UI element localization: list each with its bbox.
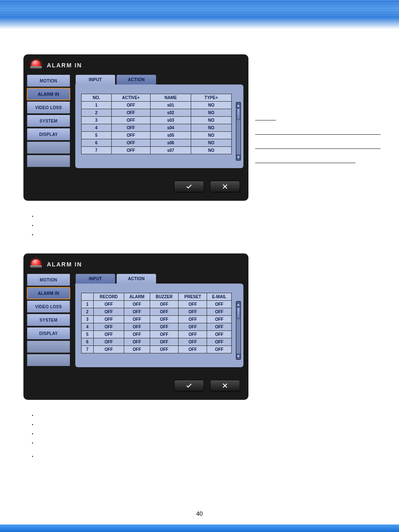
col-type[interactable]: TYPE+	[191, 94, 232, 102]
check-icon	[186, 183, 192, 190]
sidebar-item-alarm-in[interactable]: ALARM IN	[27, 287, 70, 299]
alarm-in-panel-action: ALARM IN MOTION ALARM IN VIDEO LOSS SYST…	[23, 253, 248, 400]
table-scrollbar[interactable]: ▲ ▼	[236, 301, 241, 360]
col-active[interactable]: ACTIVE+	[111, 94, 150, 102]
table-row: 2OFFOFFOFFOFFOFF	[82, 308, 232, 316]
panel-title: ALARM IN	[47, 62, 82, 69]
col-no[interactable]: NO.	[82, 94, 112, 102]
list-item	[32, 431, 376, 440]
list-item	[32, 232, 376, 241]
alarm-in-panel-input: ALARM IN MOTION ALARM IN VIDEO LOSS SYST…	[23, 54, 248, 201]
bullet-list-2	[32, 412, 376, 463]
scroll-down-icon[interactable]: ▼	[236, 154, 240, 160]
footer-band	[0, 524, 399, 532]
table-row: 7OFFOFFOFFOFFOFF	[82, 346, 232, 353]
list-item	[32, 213, 376, 223]
action-table: RECORD ALARM BUZZER PRESET E-MAIL 1OFFOF…	[81, 293, 232, 353]
tab-input[interactable]: INPUT	[75, 274, 115, 284]
sidebar-item-system[interactable]: SYSTEM	[27, 314, 70, 326]
col-buzzer[interactable]: BUZZER	[150, 293, 179, 301]
tab-action[interactable]: ACTION	[116, 74, 156, 84]
col-num[interactable]	[82, 293, 94, 301]
tab-action[interactable]: ACTION	[116, 274, 156, 284]
sidebar-item-display[interactable]: DISPLAY	[27, 327, 70, 340]
tab-input[interactable]: INPUT	[75, 74, 115, 84]
close-icon	[222, 183, 228, 190]
list-item	[32, 412, 376, 422]
table-row: 7OFFs07NO	[82, 147, 232, 154]
col-email[interactable]: E-MAIL	[207, 293, 232, 301]
sidebar-item-motion[interactable]: MOTION	[27, 274, 70, 286]
sidebar-item-system[interactable]: SYSTEM	[27, 115, 70, 127]
cancel-button[interactable]	[210, 380, 240, 391]
scroll-up-icon[interactable]: ▲	[236, 102, 240, 108]
table-row: 4OFFs04NO	[82, 124, 232, 132]
table-row: 4OFFOFFOFFOFFOFF	[82, 323, 232, 331]
cancel-button[interactable]	[210, 181, 240, 192]
panel-title: ALARM IN	[47, 261, 82, 268]
alarm-light-icon	[30, 59, 42, 71]
sidebar-item-alarm-in[interactable]: ALARM IN	[27, 88, 70, 100]
table-row: 5OFFOFFOFFOFFOFF	[82, 331, 232, 338]
close-icon	[222, 382, 228, 389]
table-row: 6OFFs06NO	[82, 139, 232, 147]
scroll-thumb[interactable]	[237, 108, 240, 120]
sidebar-item-motion[interactable]: MOTION	[27, 74, 70, 87]
sidebar-item-empty	[27, 340, 70, 353]
table-row: 3OFFs03NO	[82, 117, 232, 124]
col-alarm[interactable]: ALARM	[124, 293, 150, 301]
sidebar-item-video-loss[interactable]: VIDEO LOSS	[27, 300, 70, 313]
sidebar-item-empty	[27, 141, 70, 154]
table-scrollbar[interactable]: ▲ ▼	[236, 102, 241, 161]
sidebar-item-display[interactable]: DISPLAY	[27, 128, 70, 141]
table-row: 1OFFOFFOFFOFFOFF	[82, 301, 232, 308]
table-row: 3OFFOFFOFFOFFOFF	[82, 316, 232, 323]
sidebar-item-empty	[27, 155, 70, 167]
list-item	[32, 440, 376, 449]
list-item	[32, 453, 376, 463]
sidebar-item-video-loss[interactable]: VIDEO LOSS	[27, 101, 70, 114]
col-name[interactable]: NAME	[151, 94, 191, 102]
ok-button[interactable]	[174, 380, 204, 391]
page-number: 40	[0, 510, 399, 517]
header-band	[0, 0, 399, 29]
scroll-down-icon[interactable]: ▼	[236, 353, 240, 359]
table-row: 2OFFs02NO	[82, 109, 232, 117]
bullet-list-1	[32, 213, 376, 241]
alarm-light-icon	[30, 258, 42, 270]
list-item	[32, 422, 376, 431]
input-table: NO. ACTIVE+ NAME TYPE+ 1OFFs01NO 2OFFs02…	[81, 94, 232, 154]
note-lines	[255, 106, 389, 163]
col-record[interactable]: RECORD	[93, 293, 124, 301]
ok-button[interactable]	[174, 181, 204, 192]
table-row: 5OFFs05NO	[82, 132, 232, 139]
scroll-thumb[interactable]	[237, 307, 240, 319]
table-row: 6OFFOFFOFFOFFOFF	[82, 338, 232, 346]
col-preset[interactable]: PRESET	[179, 293, 207, 301]
scroll-up-icon[interactable]: ▲	[236, 302, 240, 307]
sidebar-item-empty	[27, 354, 70, 366]
check-icon	[186, 382, 192, 389]
list-item	[32, 223, 376, 232]
table-row: 1OFFs01NO	[82, 102, 232, 109]
